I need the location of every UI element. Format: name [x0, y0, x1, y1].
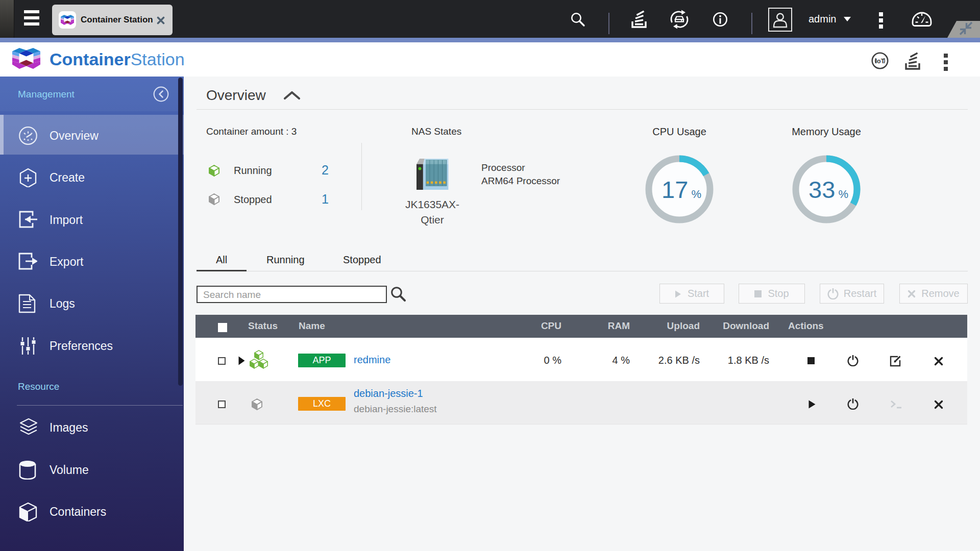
svg-text:IoT: IoT: [875, 58, 885, 65]
